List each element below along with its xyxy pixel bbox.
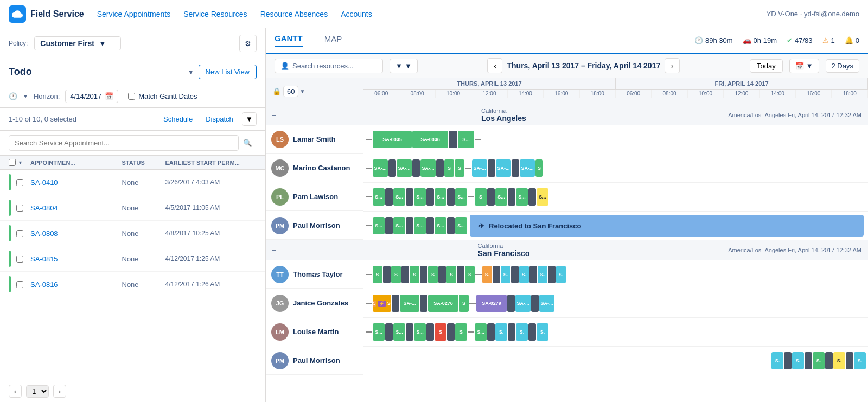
bar-sa-0276[interactable]: SA-0276: [428, 295, 458, 312]
bar-pm-d2[interactable]: [406, 217, 413, 234]
bar-lm-6[interactable]: S.: [495, 323, 507, 341]
schedule-button[interactable]: Schedule: [159, 113, 197, 125]
next-page-button[interactable]: ›: [53, 385, 66, 398]
bar-pl-5[interactable]: S...: [455, 188, 467, 206]
row-check-0[interactable]: [16, 179, 23, 186]
interval-select[interactable]: 60: [283, 86, 298, 97]
bar-tt-7[interactable]: S.: [482, 266, 492, 283]
bar-pmsf-d2[interactable]: [805, 352, 812, 369]
bar-pm-d1[interactable]: [385, 217, 393, 234]
bar-s-1[interactable]: S...: [458, 131, 474, 148]
bar-sa-0046[interactable]: SA-0046: [412, 131, 448, 148]
settings-button[interactable]: ⚙: [239, 35, 257, 52]
bar-mc-2[interactable]: SA-...: [397, 159, 412, 177]
row-check-2[interactable]: [16, 230, 23, 237]
bar-pmsf-2[interactable]: S.: [792, 352, 804, 369]
nav-resource-absences[interactable]: Resource Absences: [260, 8, 328, 21]
row-id-4[interactable]: SA-0816: [30, 280, 122, 289]
bar-lm-3[interactable]: S...: [414, 323, 426, 341]
nav-service-appointments[interactable]: Service Appointments: [97, 8, 170, 21]
bar-jg-d3[interactable]: [507, 295, 515, 312]
next-date-button[interactable]: ›: [665, 58, 680, 73]
horizon-date-picker[interactable]: 4/14/2017 📅: [65, 90, 118, 103]
bar-tt-6[interactable]: S: [465, 266, 475, 283]
bar-lm-d6[interactable]: [508, 323, 515, 341]
row-check-1[interactable]: [16, 205, 23, 212]
bar-jg-4[interactable]: SA-...: [539, 295, 554, 312]
bar-pl-2[interactable]: S...: [393, 188, 405, 206]
bar-lm-d5[interactable]: [487, 323, 495, 341]
bar-lm-d4[interactable]: [447, 323, 455, 341]
bar-lm-8[interactable]: S.: [537, 323, 548, 341]
bar-lm-red[interactable]: S: [435, 323, 446, 341]
bar-lm-d7[interactable]: [528, 323, 536, 341]
bar-tt-d9[interactable]: [548, 266, 556, 283]
bar-tt-8[interactable]: S.: [501, 266, 510, 283]
bar-tt-11[interactable]: S.: [556, 266, 566, 283]
bar-tt-d7[interactable]: [511, 266, 519, 283]
bar-tt-d5[interactable]: [457, 266, 464, 283]
bar-pm-3[interactable]: S...: [414, 217, 426, 234]
bar-pl-d7[interactable]: [528, 188, 536, 206]
match-gantt-checkbox-label[interactable]: Match Gantt Dates: [128, 92, 197, 100]
bar-lm-4[interactable]: S: [455, 323, 467, 341]
bar-tt-d3[interactable]: [420, 266, 427, 283]
bar-pm-2[interactable]: S...: [393, 217, 405, 234]
bar-tt-2[interactable]: S: [391, 266, 401, 283]
bar-tt-d1[interactable]: [383, 266, 391, 283]
bar-pmsf-3[interactable]: S.: [813, 352, 825, 369]
filter-button[interactable]: ▼ ▼: [390, 59, 418, 73]
bar-lm-7[interactable]: S.: [516, 323, 528, 341]
row-id-3[interactable]: SA-0815: [30, 255, 122, 263]
new-list-view-button[interactable]: New List View: [199, 65, 257, 79]
bar-pl-1[interactable]: S...: [373, 188, 385, 206]
bar-tt-10[interactable]: S.: [538, 266, 547, 283]
bar-mc-6[interactable]: SA-...: [472, 159, 487, 177]
bar-jg-warn[interactable]: ⚠ ⚡S...: [373, 295, 391, 312]
bar-jg-d2[interactable]: [420, 295, 427, 312]
bar-sa-0045[interactable]: SA-0045: [373, 131, 412, 148]
bar-pl-4[interactable]: S...: [435, 188, 446, 206]
search-resources-input[interactable]: 👤 Search resources...: [275, 59, 383, 73]
bar-dark-1[interactable]: [449, 131, 457, 148]
bar-jg-3[interactable]: SA-...: [515, 295, 531, 312]
bar-pmsf-d3[interactable]: [825, 352, 833, 369]
bar-pmsf-d4[interactable]: [846, 352, 853, 369]
bar-pl-6[interactable]: S: [475, 188, 487, 206]
bar-pl-d4[interactable]: [447, 188, 455, 206]
bar-pmsf-5[interactable]: S.: [854, 352, 866, 369]
bar-tt-3[interactable]: S: [410, 266, 419, 283]
search-appointment-input[interactable]: [9, 135, 239, 151]
tab-gantt[interactable]: GANTT: [275, 34, 303, 47]
bar-mc-5[interactable]: S: [455, 159, 464, 177]
bar-pl-9[interactable]: S...: [537, 188, 548, 206]
bar-tt-d6[interactable]: [493, 266, 500, 283]
page-select[interactable]: 1: [26, 385, 49, 398]
bar-pm-5[interactable]: S...: [455, 217, 467, 234]
row-check-3[interactable]: [16, 256, 23, 263]
bar-pm-d3[interactable]: [426, 217, 434, 234]
search-button[interactable]: 🔍: [239, 137, 257, 149]
bar-pm-4[interactable]: S...: [435, 217, 446, 234]
bar-mc-d5[interactable]: [512, 159, 519, 177]
dispatch-button[interactable]: Dispatch: [201, 113, 238, 125]
bar-mc-8[interactable]: SA-...: [520, 159, 535, 177]
bar-jg-1[interactable]: SA-...: [400, 295, 419, 312]
nav-service-resources[interactable]: Service Resources: [183, 8, 247, 21]
bar-pl-d5[interactable]: [487, 188, 495, 206]
calendar-view-button[interactable]: 📅 ▼: [789, 59, 819, 73]
prev-date-button[interactable]: ‹: [487, 58, 502, 73]
bar-tt-4[interactable]: S: [428, 266, 438, 283]
bar-pl-7[interactable]: S...: [495, 188, 507, 206]
bar-mc-3[interactable]: SA-...: [420, 159, 436, 177]
row-id-1[interactable]: SA-0804: [30, 204, 122, 212]
bar-mc-d1[interactable]: [388, 159, 396, 177]
bar-pm-1[interactable]: S...: [373, 217, 385, 234]
bar-lm-1[interactable]: S...: [373, 323, 385, 341]
bar-mc-7[interactable]: SA-...: [496, 159, 511, 177]
more-options-button[interactable]: ▼: [242, 112, 257, 126]
bar-mc-d2[interactable]: [412, 159, 420, 177]
tab-map[interactable]: MAP: [324, 34, 342, 47]
nav-accounts[interactable]: Accounts: [341, 8, 372, 21]
bar-tt-d4[interactable]: [438, 266, 446, 283]
